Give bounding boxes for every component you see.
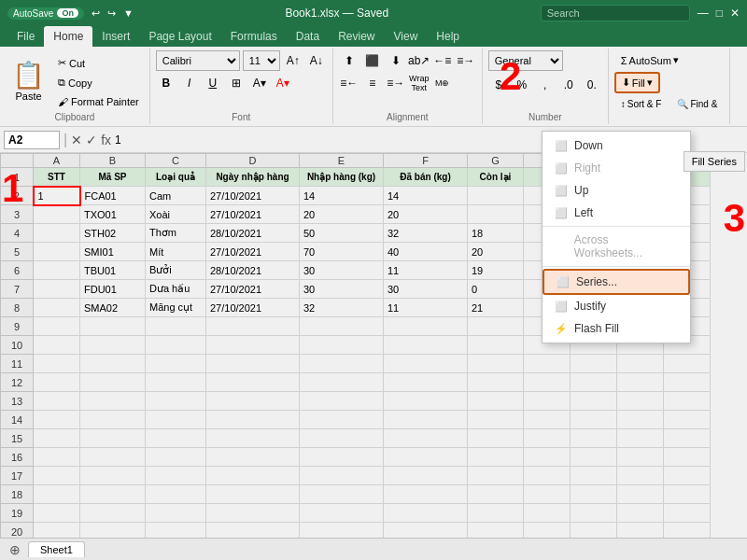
table-cell[interactable]: Ngày nhập hàng: [206, 168, 300, 187]
table-cell[interactable]: [468, 355, 524, 373]
row-header[interactable]: 6: [1, 261, 34, 280]
confirm-formula-btn[interactable]: ✓: [86, 133, 97, 147]
table-cell[interactable]: STT: [34, 168, 80, 187]
table-cell[interactable]: [34, 429, 80, 448]
row-header[interactable]: 2: [1, 187, 34, 205]
table-cell[interactable]: 40: [384, 243, 468, 261]
table-cell[interactable]: [617, 467, 664, 485]
tab-formulas[interactable]: Formulas: [221, 26, 287, 47]
table-cell[interactable]: [664, 467, 711, 485]
table-cell[interactable]: [300, 504, 384, 523]
table-cell[interactable]: Măng cụt: [146, 299, 206, 317]
orientation-btn[interactable]: ab↗: [409, 50, 430, 71]
table-cell[interactable]: [384, 448, 468, 467]
table-cell[interactable]: [617, 504, 664, 523]
table-cell[interactable]: [468, 373, 524, 392]
table-cell[interactable]: [34, 373, 80, 392]
table-cell[interactable]: Đã bán (kg): [384, 168, 468, 187]
paste-button[interactable]: 📋 Paste: [6, 55, 51, 106]
fill-button[interactable]: ⬇ Fill ▾: [614, 72, 660, 93]
table-cell[interactable]: [384, 355, 468, 373]
decrease-font-btn[interactable]: A↓: [306, 50, 327, 71]
table-cell[interactable]: [34, 485, 80, 504]
table-cell[interactable]: [80, 485, 146, 504]
table-cell[interactable]: [384, 467, 468, 485]
table-cell[interactable]: [146, 467, 206, 485]
table-cell[interactable]: STH02: [80, 224, 146, 243]
table-cell[interactable]: [384, 523, 468, 539]
table-cell[interactable]: [468, 392, 524, 411]
table-cell[interactable]: 21: [468, 299, 524, 317]
table-cell[interactable]: 27/10/2021: [206, 280, 300, 299]
table-cell[interactable]: [146, 317, 206, 336]
tab-file[interactable]: File: [7, 26, 44, 47]
table-cell[interactable]: [206, 467, 300, 485]
table-cell[interactable]: Cam: [146, 187, 206, 205]
row-header[interactable]: 8: [1, 299, 34, 317]
table-cell[interactable]: [524, 448, 571, 467]
table-cell[interactable]: [146, 504, 206, 523]
table-cell[interactable]: [617, 429, 664, 448]
table-cell[interactable]: [34, 205, 80, 224]
row-header[interactable]: 5: [1, 243, 34, 261]
table-cell[interactable]: [146, 485, 206, 504]
fill-left-item[interactable]: ⬜ Left: [543, 202, 690, 224]
row-header[interactable]: 17: [1, 467, 34, 485]
table-cell[interactable]: [34, 448, 80, 467]
table-cell[interactable]: [80, 317, 146, 336]
tab-home[interactable]: Home: [44, 26, 92, 47]
table-cell[interactable]: [468, 504, 524, 523]
align-left-btn[interactable]: ≡←: [339, 73, 359, 93]
redo-icon[interactable]: ↪: [107, 7, 116, 20]
table-cell[interactable]: [206, 373, 300, 392]
table-cell[interactable]: [206, 392, 300, 411]
table-cell[interactable]: [664, 448, 711, 467]
table-cell[interactable]: [524, 504, 571, 523]
bold-button[interactable]: B: [156, 73, 176, 93]
name-box[interactable]: [4, 131, 60, 149]
table-cell[interactable]: [524, 373, 571, 392]
table-cell[interactable]: [300, 373, 384, 392]
table-cell[interactable]: [524, 392, 571, 411]
table-cell[interactable]: [34, 224, 80, 243]
table-cell[interactable]: [34, 280, 80, 299]
table-cell[interactable]: [80, 429, 146, 448]
table-cell[interactable]: 19: [468, 261, 524, 280]
table-cell[interactable]: 0: [468, 280, 524, 299]
table-cell[interactable]: Còn lại: [468, 168, 524, 187]
table-cell[interactable]: [571, 485, 617, 504]
fill-series-item[interactable]: ⬜ Series...: [543, 269, 690, 295]
maximize-icon[interactable]: □: [716, 7, 723, 20]
table-cell[interactable]: Nhập hàng (kg): [300, 168, 384, 187]
copy-button[interactable]: ⧉ Copy: [53, 74, 144, 91]
table-cell[interactable]: [468, 336, 524, 355]
table-cell[interactable]: [571, 373, 617, 392]
table-cell[interactable]: [34, 504, 80, 523]
table-cell[interactable]: [571, 429, 617, 448]
tab-page-layout[interactable]: Page Layout: [139, 26, 220, 47]
underline-button[interactable]: U: [203, 73, 223, 93]
decimal-increase-btn[interactable]: .0: [558, 75, 579, 95]
table-cell[interactable]: [617, 485, 664, 504]
font-color-button[interactable]: A▾: [273, 73, 293, 93]
table-cell[interactable]: [34, 392, 80, 411]
table-cell[interactable]: [206, 504, 300, 523]
table-cell[interactable]: 32: [384, 224, 468, 243]
table-cell[interactable]: [146, 523, 206, 539]
table-cell[interactable]: 28/10/2021: [206, 224, 300, 243]
table-cell[interactable]: [34, 261, 80, 280]
table-cell[interactable]: [206, 429, 300, 448]
table-cell[interactable]: [617, 448, 664, 467]
tab-insert[interactable]: Insert: [92, 26, 139, 47]
col-header-e[interactable]: E: [300, 154, 384, 168]
table-cell[interactable]: [468, 429, 524, 448]
search-input[interactable]: [541, 5, 690, 21]
decimal-decrease-btn[interactable]: 0.: [582, 75, 602, 95]
table-cell[interactable]: [300, 392, 384, 411]
table-cell[interactable]: 70: [300, 243, 384, 261]
table-cell[interactable]: [34, 336, 80, 355]
table-cell[interactable]: 32: [300, 299, 384, 317]
table-cell[interactable]: 30: [300, 261, 384, 280]
table-cell[interactable]: [664, 392, 711, 411]
table-cell[interactable]: [300, 467, 384, 485]
